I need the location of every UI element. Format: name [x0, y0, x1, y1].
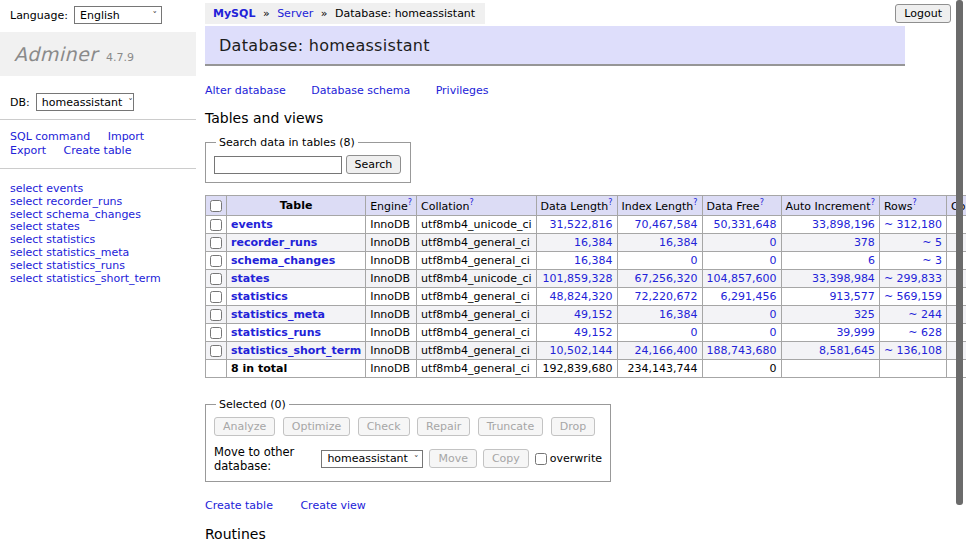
data-free-cell: 50,331,648	[702, 215, 781, 233]
collation-cell: utf8mb4_general_ci	[417, 287, 536, 305]
sidebar-link-create-table[interactable]: Create table	[64, 144, 132, 157]
engine-cell: InnoDB	[366, 305, 417, 323]
collation-cell: utf8mb4_unicode_ci	[417, 269, 536, 287]
copy-button[interactable]: Copy	[483, 449, 529, 468]
row-checkbox-cell	[206, 323, 227, 341]
db-select-value: homeassistant	[42, 96, 123, 109]
row-checkbox[interactable]	[210, 219, 222, 231]
column-header-data-free: Data Free?	[702, 196, 781, 216]
rows-cell[interactable]: ~ 299,833	[879, 269, 946, 287]
optimize-button[interactable]: Optimize	[283, 417, 350, 436]
column-header-engine: Engine?	[366, 196, 417, 216]
table-row-recorder_runs: recorder_runsInnoDButf8mb4_general_ci16,…	[206, 233, 966, 251]
total-cell: 234,143,744	[617, 359, 702, 377]
index-length-cell: 16,384	[617, 305, 702, 323]
data-length-cell: 31,522,816	[536, 215, 617, 233]
table-link[interactable]: statistics_runs	[231, 326, 321, 339]
move-database-select[interactable]: homeassistant ˅	[321, 450, 423, 468]
drop-button[interactable]: Drop	[551, 417, 595, 436]
rows-cell[interactable]: ~ 244	[879, 305, 946, 323]
total-cell: 0	[702, 359, 781, 377]
row-checkbox[interactable]	[210, 273, 222, 285]
row-checkbox[interactable]	[210, 291, 222, 303]
sidebar-link-sql-command[interactable]: SQL command	[10, 130, 90, 143]
help-icon[interactable]: ?	[760, 198, 764, 207]
rows-cell[interactable]: ~ 628	[879, 323, 946, 341]
row-checkbox[interactable]	[210, 327, 222, 339]
sidebar-link-import[interactable]: Import	[108, 130, 145, 143]
chevron-down-icon: ˅	[128, 97, 133, 107]
move-button[interactable]: Move	[429, 449, 477, 468]
table-link[interactable]: statistics_meta	[231, 308, 325, 321]
table-row-statistics_short_term: statistics_short_termInnoDButf8mb4_gener…	[206, 341, 966, 359]
total-label-cell: 8 in total	[227, 359, 366, 377]
help-icon[interactable]: ?	[871, 198, 875, 207]
row-checkbox[interactable]	[210, 345, 222, 357]
total-cell	[206, 359, 227, 377]
sidebar-item-select-statistics-short-term[interactable]: select statistics_short_term	[10, 273, 196, 286]
table-link[interactable]: statistics	[231, 290, 288, 303]
selected-actions: Analyze Optimize Check Repair Truncate D…	[214, 417, 602, 436]
create-table-link[interactable]: Create table	[205, 499, 273, 512]
rows-cell[interactable]: ~ 136,108	[879, 341, 946, 359]
table-link[interactable]: statistics_short_term	[231, 344, 361, 357]
alter-database-link[interactable]: Alter database	[205, 84, 286, 97]
data-length-cell: 48,824,320	[536, 287, 617, 305]
analyze-button[interactable]: Analyze	[214, 417, 275, 436]
column-header-data-length: Data Length?	[536, 196, 617, 216]
rows-cell[interactable]: ~ 312,180	[879, 215, 946, 233]
search-button[interactable]: Search	[346, 155, 402, 174]
help-icon[interactable]: ?	[608, 198, 612, 207]
rows-cell[interactable]: ~ 3	[879, 251, 946, 269]
row-checkbox[interactable]	[210, 309, 222, 321]
rows-cell[interactable]: ~ 569,159	[879, 287, 946, 305]
sidebar: Language: English ˅ Adminer 4.7.9 DB: ho…	[0, 0, 196, 285]
select-all-checkbox[interactable]	[210, 200, 222, 212]
check-button[interactable]: Check	[358, 417, 410, 436]
row-checkbox-cell	[206, 233, 227, 251]
auto-increment-cell: 378	[781, 233, 879, 251]
sidebar-item-select-recorder-runs[interactable]: select recorder_runs	[10, 196, 196, 209]
tables-and-views-heading: Tables and views	[205, 110, 905, 126]
help-icon[interactable]: ?	[912, 198, 916, 207]
total-cell: 192,839,680	[536, 359, 617, 377]
collation-cell: utf8mb4_general_ci	[417, 323, 536, 341]
table-header-row: TableEngine?Collation?Data Length?Index …	[206, 196, 966, 216]
help-icon[interactable]: ?	[469, 198, 473, 207]
database-schema-link[interactable]: Database schema	[311, 84, 410, 97]
overwrite-checkbox[interactable]	[535, 453, 547, 465]
sidebar-divider	[0, 119, 196, 120]
selected-fieldset: Selected (0) Analyze Optimize Check Repa…	[205, 398, 611, 482]
row-checkbox[interactable]	[210, 255, 222, 267]
truncate-button[interactable]: Truncate	[478, 417, 543, 436]
table-link[interactable]: states	[231, 272, 270, 285]
language-select[interactable]: English ˅	[74, 6, 162, 24]
db-select[interactable]: homeassistant ˅	[36, 93, 134, 111]
table-link[interactable]: recorder_runs	[231, 236, 317, 249]
sidebar-item-select-statistics-meta[interactable]: select statistics_meta	[10, 247, 196, 260]
help-icon[interactable]: ?	[408, 198, 412, 207]
sidebar-link-export[interactable]: Export	[10, 144, 46, 157]
create-view-link[interactable]: Create view	[300, 499, 365, 512]
repair-button[interactable]: Repair	[417, 417, 470, 436]
data-free-cell: 6,291,456	[702, 287, 781, 305]
data-free-cell: 0	[702, 323, 781, 341]
auto-increment-cell: 33,898,196	[781, 215, 879, 233]
auto-increment-cell: 8,581,645	[781, 341, 879, 359]
sidebar-item-select-statistics-runs[interactable]: select statistics_runs	[10, 260, 196, 273]
rows-cell[interactable]: ~ 5	[879, 233, 946, 251]
column-header-table: Table	[227, 196, 366, 216]
engine-cell: InnoDB	[366, 251, 417, 269]
vertical-scrollbar[interactable]	[956, 0, 963, 505]
help-icon[interactable]: ?	[693, 198, 697, 207]
privileges-link[interactable]: Privileges	[436, 84, 489, 97]
row-checkbox-cell	[206, 305, 227, 323]
table-link[interactable]: events	[231, 218, 273, 231]
total-cell: utf8mb4_general_ci	[417, 359, 536, 377]
sidebar-item-select-events[interactable]: select events	[10, 183, 196, 196]
table-name-cell: events	[227, 215, 366, 233]
table-row-statistics_runs: statistics_runsInnoDButf8mb4_general_ci4…	[206, 323, 966, 341]
row-checkbox[interactable]	[210, 237, 222, 249]
table-link[interactable]: schema_changes	[231, 254, 335, 267]
search-input[interactable]	[214, 156, 342, 174]
